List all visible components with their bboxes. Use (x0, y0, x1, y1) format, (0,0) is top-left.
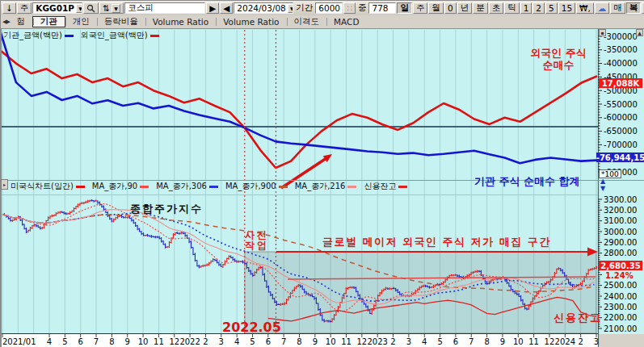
axis-scroll-down-button[interactable]: ▼ (600, 185, 605, 192)
prev-button[interactable]: ◀ (220, 2, 233, 14)
tab-이격도[interactable]: 이격도 (287, 16, 327, 27)
scroll-down-button[interactable]: ↓ (2, 2, 16, 14)
svg-text:-650000: -650000 (604, 127, 638, 136)
cloud-button[interactable]: ☁ (595, 2, 610, 14)
period-value: 6000 (318, 3, 340, 13)
action-button-매[interactable]: 매 (610, 2, 625, 14)
tab-Volume Ratio[interactable]: Volume Ratio (145, 16, 216, 27)
svg-text:2: 2 (390, 337, 395, 346)
timeframe-button-₩,[interactable]: ₩, (576, 2, 594, 14)
cloud-icon: ☁ (598, 3, 607, 13)
tab-개인[interactable]: 개인 (65, 16, 97, 27)
annotation-foreign-netbuy: 외국인 주식 순매수 (518, 48, 599, 71)
chevron-down-icon[interactable]: ▼ (112, 4, 120, 13)
svg-text:2200.00: 2200.00 (604, 313, 637, 322)
timeframe-button-2[interactable]: 2 (532, 2, 545, 14)
panel-splitter-button[interactable]: ▸ (1, 179, 8, 190)
splitter-icon: ▸ (3, 182, 6, 187)
chevron-down-icon[interactable]: ▼ (288, 4, 293, 13)
timeframe-button-1[interactable]: 1 (520, 2, 532, 14)
svg-text:-600000: -600000 (604, 113, 638, 122)
date-combobox[interactable]: 2024/03/08 ▼ (234, 2, 293, 14)
svg-text:2500.00: 2500.00 (604, 281, 637, 290)
down-arrow-icon: ↓ (6, 3, 13, 13)
timeframe-button-주[interactable]: 주 (413, 2, 428, 14)
svg-text:10: 10 (513, 337, 524, 346)
tab-험[interactable]: 험 (11, 16, 32, 27)
svg-text:9: 9 (313, 337, 318, 346)
axis-scroll-up-button[interactable]: ▲ (600, 178, 605, 185)
svg-text:3: 3 (219, 337, 224, 346)
annotation-accumulation-zone: 글로벌 메이저 외국인 주식 저가 매집 구간 (322, 236, 551, 249)
count-value: 778 (372, 3, 388, 13)
timeframe-button-15[interactable]: 15 (558, 2, 575, 14)
axis-maximize-button[interactable]: ▲ (636, 29, 643, 36)
timeframe-button-일[interactable]: 일 (397, 2, 412, 14)
timeframe-button-분[interactable]: 분 (473, 2, 488, 14)
tab-scroll-icon[interactable]: ◀▶ (1, 19, 11, 25)
svg-text:4: 4 (47, 337, 52, 346)
count-label: 중 (356, 2, 368, 14)
box-icon: ▪ (600, 30, 604, 36)
tab-row: 험기관개인등락비율Volume RatioVolume Ratio이격도MACD (11, 16, 367, 27)
svg-text:2900.00: 2900.00 (604, 238, 637, 247)
timeframe-button-0[interactable]: 0 (444, 2, 457, 14)
symbol-name: 코스피 (128, 2, 154, 14)
search-icon (86, 4, 95, 13)
svg-text:2024: 2024 (555, 337, 575, 346)
code-combobox[interactable]: KGG01P ▼ (32, 2, 82, 14)
svg-text:3: 3 (406, 337, 411, 346)
play-right-icon: ▶ (209, 3, 216, 13)
stock-type-button[interactable]: 주 (17, 2, 32, 14)
play-left-icon: ◀ (223, 3, 229, 13)
svg-text:5: 5 (437, 337, 442, 346)
tab-기관[interactable]: 기관 (32, 16, 65, 27)
action-group: 매복전략,도구, (610, 2, 644, 14)
search-button[interactable] (83, 2, 99, 14)
next-button[interactable]: ▶ (206, 2, 219, 14)
timeframe-button-월[interactable]: 월 (428, 2, 444, 14)
svg-text:3000.00: 3000.00 (604, 228, 637, 236)
sort-button[interactable]: ⇅▼ (99, 2, 124, 14)
svg-text:2300.00: 2300.00 (604, 303, 637, 311)
svg-text:11: 11 (154, 337, 164, 346)
svg-text:-300000: -300000 (604, 32, 638, 41)
axis-corner-button[interactable]: ▪ (599, 29, 606, 36)
count-input[interactable]: 778 (368, 2, 396, 14)
timeframe-button-틱[interactable]: 틱 (504, 2, 520, 14)
legend-item: MA_종가,306 (156, 181, 218, 192)
svg-text:9: 9 (500, 337, 505, 346)
annotation-date-mark: 2022.05 (222, 320, 281, 335)
svg-text:3100.00: 3100.00 (604, 216, 637, 225)
top-panel-legend: 기관_금액(백만)외국인_금액(백만) (3, 30, 166, 41)
annotation-institution-netbuy: 기관 주식 순매수 합계 (474, 176, 580, 188)
tab-Volume Ratio[interactable]: Volume Ratio (216, 16, 286, 27)
indicator-tab-bar: ◀▶ 험기관개인등락비율Volume RatioVolume Ratio이격도M… (1, 15, 644, 28)
action-button-복[interactable]: 복 (626, 2, 642, 14)
svg-text:2800.00: 2800.00 (604, 249, 637, 257)
symbol-name-input[interactable]: 코스피 (124, 2, 205, 14)
timeframe-button-년[interactable]: 년 (457, 2, 473, 14)
tab-등락비율[interactable]: 등락비율 (97, 16, 145, 27)
tab-MACD[interactable]: MACD (326, 16, 366, 27)
svg-text:4: 4 (422, 337, 427, 346)
svg-text:3: 3 (594, 337, 599, 346)
svg-text:9: 9 (125, 337, 130, 346)
legend-swatch (140, 186, 149, 188)
legend-item: MA_종가,900 (225, 181, 288, 192)
svg-text:5: 5 (62, 337, 67, 346)
svg-text:3200.00: 3200.00 (604, 206, 637, 215)
timeframe-button-5[interactable]: 5 (545, 2, 558, 14)
svg-text:2022: 2022 (179, 337, 200, 346)
svg-text:6: 6 (453, 337, 458, 346)
period-input[interactable]: 6000 (315, 2, 343, 14)
legend-item: MA_종가,90 (92, 181, 149, 192)
timeframe-button-초[interactable]: 초 (489, 2, 504, 14)
period-label: 기간 (294, 2, 314, 14)
bottom-panel-legend: 미국식차트(일간)MA_종가,90MA_종가,306MA_종가,900MA_종가… (11, 181, 415, 192)
legend-item: 미국식차트(일간) (11, 181, 85, 192)
svg-text:-700000: -700000 (604, 140, 638, 149)
svg-text:11: 11 (528, 337, 539, 346)
chevron-down-icon[interactable]: ▼ (76, 4, 82, 13)
annotation-kospi-index: 종합주가지수 (130, 203, 203, 215)
